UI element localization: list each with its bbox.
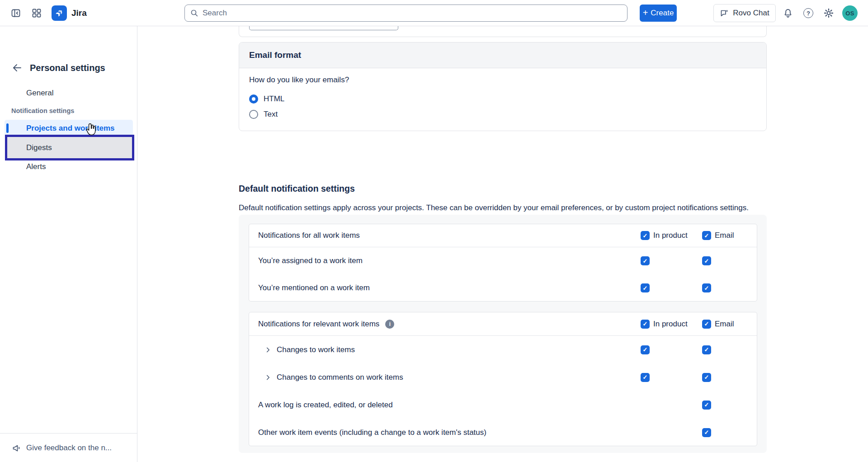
table-row-expandable: Changes to comments on work items: [249, 363, 757, 391]
column-label-email: Email: [715, 320, 734, 329]
checkbox-email-checked[interactable]: [702, 373, 711, 382]
settings-button[interactable]: [823, 8, 834, 19]
global-search[interactable]: [184, 5, 627, 22]
rovo-chat-label: Rovo Chat: [733, 9, 769, 18]
gear-icon: [823, 8, 834, 19]
checkbox-email-checked[interactable]: [702, 320, 711, 329]
default-notifications-description: Default notification settings apply acro…: [239, 202, 772, 214]
row-label: Changes to comments on work items: [277, 373, 403, 382]
notifications-button[interactable]: [783, 8, 793, 19]
sidebar-item-alerts[interactable]: Alerts: [5, 158, 133, 175]
question-mark-icon: ?: [803, 8, 813, 18]
row-label: Other work item events (including a chan…: [258, 428, 486, 437]
app-title: Jira: [71, 8, 87, 18]
sidebar-item-projects-and-work-items[interactable]: Projects and work items: [5, 120, 133, 137]
sidebar-section-label: Notification settings: [11, 107, 74, 114]
table-header-row: Notifications for all work items In prod…: [249, 224, 757, 247]
relevant-work-items-table: Notifications for relevant work items i …: [249, 312, 757, 446]
collapse-sidebar-button[interactable]: [10, 8, 21, 19]
checkbox-email-checked[interactable]: [702, 256, 711, 265]
checkbox-in-product-checked[interactable]: [641, 345, 650, 354]
top-navigation-bar: Jira + Create Rovo Chat ?: [0, 0, 868, 26]
row-label: You’re assigned to a work item: [258, 256, 363, 265]
table-header-row: Notifications for relevant work items i …: [249, 312, 757, 336]
sidebar-item-label: Alerts: [26, 162, 46, 171]
sidebar-item-digests[interactable]: Digests: [5, 135, 134, 160]
search-icon: [190, 9, 198, 17]
checkbox-in-product-checked[interactable]: [641, 283, 650, 292]
jira-logo-mark-icon: [55, 9, 64, 18]
sidebar-item-label: Projects and work items: [26, 124, 115, 133]
checkbox-email-checked[interactable]: [702, 231, 711, 240]
column-label-in-product: In product: [653, 231, 688, 240]
avatar[interactable]: OS: [842, 5, 858, 21]
rovo-chat-icon: [720, 9, 729, 18]
row-label: A work log is created, edited, or delete…: [258, 401, 393, 410]
table-row: You’re mentioned on a work item: [249, 274, 757, 302]
avatar-initials: OS: [845, 10, 854, 17]
email-format-question: How do you like your emails?: [249, 75, 756, 85]
checkbox-in-product-checked[interactable]: [641, 231, 650, 240]
radio-label: Text: [264, 110, 278, 119]
settings-content: Email format How do you like your emails…: [137, 26, 868, 462]
bell-icon: [783, 8, 793, 19]
settings-sidebar: Personal settings General Notification s…: [0, 26, 137, 462]
partially-visible-section-card: [239, 26, 767, 37]
checkbox-email-checked[interactable]: [702, 401, 711, 410]
jira-logo[interactable]: [52, 5, 67, 21]
create-button-label: Create: [651, 9, 674, 18]
sidebar-title: Personal settings: [30, 63, 105, 73]
jira-settings-screen: Jira + Create Rovo Chat ?: [0, 0, 868, 462]
column-label-email: Email: [715, 231, 734, 240]
notification-tables-container: Notifications for all work items In prod…: [239, 215, 767, 453]
row-label: Changes to work items: [277, 345, 355, 354]
email-format-section: Email format How do you like your emails…: [239, 42, 767, 131]
checkbox-email-checked[interactable]: [702, 428, 711, 437]
info-icon[interactable]: i: [385, 320, 394, 329]
table-title: Notifications for relevant work items: [258, 320, 379, 329]
active-indicator-bar: [6, 123, 9, 133]
table-row-expandable: Changes to work items: [249, 336, 757, 363]
create-button[interactable]: + Create: [640, 5, 677, 22]
back-arrow-icon: [12, 62, 23, 73]
table-row: You’re assigned to a work item: [249, 247, 757, 274]
default-notifications-heading: Default notification settings: [239, 184, 355, 194]
table-title: Notifications for all work items: [258, 231, 360, 240]
radio-label: HTML: [264, 94, 284, 104]
sidebar-item-label: Digests: [26, 143, 52, 152]
radio-option-html[interactable]: HTML: [249, 91, 756, 107]
checkbox-in-product-checked[interactable]: [641, 320, 650, 329]
rovo-chat-button[interactable]: Rovo Chat: [713, 4, 776, 22]
sidebar-item-general[interactable]: General: [5, 85, 133, 101]
radio-selected[interactable]: [249, 94, 258, 104]
all-work-items-table: Notifications for all work items In prod…: [249, 224, 757, 302]
checkbox-in-product-checked[interactable]: [641, 373, 650, 382]
table-row: Other work item events (including a chan…: [249, 419, 757, 446]
partially-visible-select[interactable]: [249, 26, 398, 30]
table-row: A work log is created, edited, or delete…: [249, 391, 757, 419]
app-switcher-button[interactable]: [31, 8, 42, 19]
app-switcher-grid-icon: [31, 8, 42, 19]
column-label-in-product: In product: [653, 320, 688, 329]
search-input[interactable]: [203, 9, 622, 18]
email-format-header: Email format: [239, 42, 766, 68]
radio-option-text[interactable]: Text: [249, 107, 756, 122]
radio-unselected[interactable]: [249, 110, 258, 119]
checkbox-email-checked[interactable]: [702, 283, 711, 292]
back-button[interactable]: [12, 62, 23, 73]
row-label: You’re mentioned on a work item: [258, 283, 370, 292]
sidebar-item-label: General: [26, 89, 53, 98]
megaphone-icon: [12, 443, 22, 453]
give-feedback-link[interactable]: Give feedback on the n...: [0, 433, 137, 462]
collapse-sidebar-icon: [10, 8, 21, 19]
chevron-right-icon[interactable]: [264, 373, 272, 382]
plus-icon: +: [643, 8, 648, 17]
help-button[interactable]: ?: [803, 8, 813, 18]
give-feedback-label: Give feedback on the n...: [26, 443, 112, 453]
chevron-right-icon[interactable]: [264, 346, 272, 354]
checkbox-in-product-checked[interactable]: [641, 256, 650, 265]
checkbox-email-checked[interactable]: [702, 345, 711, 354]
